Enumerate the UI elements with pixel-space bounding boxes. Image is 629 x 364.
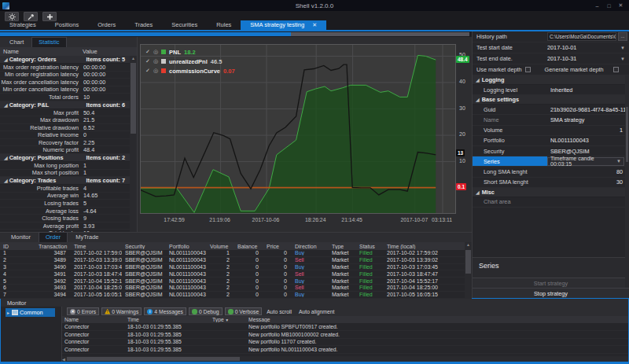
column-header-price[interactable]: Price [263, 244, 292, 249]
tab-strategies[interactable]: Strategies [0, 20, 46, 30]
tab-trades[interactable]: Trades [125, 20, 162, 30]
minimize-button[interactable]: – [592, 2, 602, 10]
tab-positions[interactable]: Positions [46, 20, 88, 30]
category-row[interactable]: ◢Category: TradesItems count: 7 [0, 177, 130, 185]
column-header-time-local[interactable]: Time (local) [384, 244, 464, 249]
tab-rules[interactable]: Rules [207, 20, 241, 30]
expander-icon[interactable]: ◢ [476, 97, 480, 102]
properties-scrollbar[interactable] [625, 75, 629, 288]
tab-sma-strategy-testing[interactable]: SMA strategy testing✕ [241, 20, 326, 30]
chevron-down-icon[interactable]: ▼ [620, 46, 629, 50]
visibility-checkbox[interactable]: ✓ [145, 68, 150, 74]
expander-icon[interactable]: ◢ [4, 57, 8, 62]
maximize-button[interactable]: □ [604, 2, 614, 10]
monitor-horizontal-scrollbar[interactable]: ◀ [62, 356, 628, 362]
scrollbar-thumb[interactable] [626, 107, 628, 162]
column-header-balance[interactable]: Balance [234, 244, 263, 249]
visibility-checkbox[interactable]: ✓ [145, 58, 150, 64]
tab-order[interactable]: Order [39, 232, 68, 242]
tab-monitor[interactable]: Monitor [5, 233, 37, 242]
column-header-direction[interactable]: Direction [292, 244, 329, 249]
filter-button-0-errors[interactable]: ✕0 Errors [67, 307, 99, 315]
order-row[interactable]: 234892017-10-03 13:39:02SBER@QJSIMNL0011… [0, 257, 472, 264]
expander-icon[interactable]: ◢ [4, 155, 8, 160]
column-header-message[interactable]: Message [246, 317, 628, 322]
tab-statistic[interactable]: Statistic [31, 37, 66, 47]
browse-button[interactable]: ... [618, 32, 627, 41]
gear-icon[interactable]: ◎ [153, 49, 158, 55]
test-start-input[interactable]: 2017-10-01 [547, 44, 620, 51]
order-row[interactable]: 134872017-10-02 17:59:02SBER@QJSIMNL0011… [0, 250, 472, 257]
column-header-transaction[interactable]: Transaction [35, 244, 71, 249]
statistics-scrollbar[interactable]: ▲ [130, 56, 137, 232]
property-row-volume[interactable]: Volume1 [473, 126, 629, 136]
scrollbar-thumb[interactable] [131, 63, 136, 134]
property-row-logging-level[interactable]: Logging levelInherited [473, 85, 629, 95]
expander-icon[interactable]: ◢ [4, 178, 8, 183]
property-value[interactable]: SBER@QJSIM [547, 146, 629, 156]
filter-funnel-icon[interactable]: ▼ [224, 318, 229, 322]
filter-button-auto-alignment[interactable]: Auto alignment [296, 307, 337, 315]
column-header-volume[interactable]: Volume [207, 244, 234, 249]
property-row-portfolio[interactable]: PortfolioNL0011100043 [473, 136, 629, 146]
expander-icon[interactable]: ◢ [476, 189, 480, 195]
property-value[interactable]: Inherited [547, 85, 629, 94]
close-tab-icon[interactable]: ✕ [312, 22, 317, 28]
expander-icon[interactable]: ◢ [4, 102, 8, 108]
property-row-security[interactable]: SecuritySBER@QJSIM [473, 146, 629, 156]
property-value[interactable]: 21b3902d-9681-4f74-8a45-115015f4... [547, 105, 629, 114]
start-strategy-button[interactable]: Start strategy [473, 278, 629, 288]
filter-button-0-warnings[interactable]: !0 Warnings [101, 307, 142, 315]
property-row-name[interactable]: NameSMA strategy [473, 115, 629, 125]
property-value[interactable] [547, 197, 629, 207]
filter-button-0-verbose[interactable]: 0 Verbose [225, 307, 263, 315]
expander-icon[interactable]: ▸ [7, 310, 9, 315]
chevron-down-icon[interactable]: ▼ [616, 159, 623, 164]
column-header-id[interactable]: ID [0, 244, 35, 249]
property-category[interactable]: ◢Misc [473, 188, 629, 197]
tab-chart[interactable]: Chart [3, 38, 30, 47]
tab-mytrade[interactable]: MyTrade [69, 233, 105, 242]
order-row[interactable]: 334902017-10-03 17:03:45SBER@QJSIMNL0011… [0, 264, 472, 271]
stop-strategy-button[interactable]: Stop strategy [473, 288, 629, 298]
property-value[interactable]: 80 [547, 167, 629, 176]
order-row[interactable]: 534922017-10-04 15:52:17SBER@QJSIMNL0011… [0, 278, 472, 285]
property-value[interactable]: SMA strategy [547, 115, 629, 124]
close-button[interactable]: ✕ [616, 2, 626, 10]
property-row-short-sma-lenght[interactable]: Short SMA lenght30 [473, 178, 629, 188]
property-category[interactable]: ◢Base settings [473, 95, 629, 105]
category-row[interactable]: ◢Category: PositionsItems count: 2 [0, 154, 130, 162]
column-header-value[interactable]: Value [83, 48, 97, 55]
orders-scrollbar[interactable]: ▲ [465, 242, 472, 298]
series-dropdown[interactable]: Timeframe candle 00:03:15▼ [547, 157, 624, 166]
property-value[interactable]: 30 [547, 178, 629, 187]
gear-icon[interactable]: ◎ [153, 68, 158, 74]
category-row[interactable]: ◢Category: P&LItems count: 6 [0, 101, 130, 109]
property-row-long-sma-lenght[interactable]: Long SMA lenght80 [473, 167, 629, 177]
order-row[interactable]: 734942017-10-05 16:05:15SBER@QJSIMNL0011… [0, 292, 472, 299]
chevron-down-icon[interactable]: ▼ [620, 57, 629, 61]
test-end-input[interactable]: 2017-10-31 [547, 55, 620, 62]
property-row-guid[interactable]: Guid21b3902d-9681-4f74-8a45-115015f4... [473, 105, 629, 115]
property-value[interactable]: NL0011100043 [547, 136, 629, 145]
tab-orders[interactable]: Orders [88, 20, 125, 30]
column-header-type[interactable]: Type ▼ [210, 317, 246, 322]
column-header-name[interactable]: Name [3, 48, 19, 55]
generate-market-depth-checkbox[interactable] [613, 67, 619, 72]
log-source-item-common[interactable]: ▸Common [6, 308, 55, 317]
gear-icon[interactable]: ◎ [153, 58, 158, 64]
property-row-series[interactable]: SeriesTimeframe candle 00:03:15▼ [473, 156, 629, 167]
order-row[interactable]: 434912017-10-03 18:47:47SBER@QJSIMNL0011… [0, 270, 472, 278]
filter-button-auto-scroll[interactable]: Auto scroll [264, 307, 294, 315]
category-row[interactable]: ◢Category: OrdersItems count: 5 [0, 56, 130, 64]
property-category[interactable]: ◢Logging [473, 75, 629, 85]
scroll-left-icon[interactable]: ◀ [62, 357, 65, 362]
property-row-chart-area[interactable]: Chart area [473, 197, 629, 208]
monitor-caption[interactable]: Monitor [1, 299, 628, 307]
filter-button-0-debug[interactable]: 0 Debug [189, 307, 223, 315]
column-header-time[interactable]: Time [125, 317, 210, 322]
expander-icon[interactable]: ◢ [476, 77, 480, 83]
column-header-portfolio[interactable]: Portfolio [166, 244, 207, 249]
column-header-status[interactable]: Status [356, 244, 384, 249]
use-market-depth-checkbox[interactable] [525, 67, 531, 72]
